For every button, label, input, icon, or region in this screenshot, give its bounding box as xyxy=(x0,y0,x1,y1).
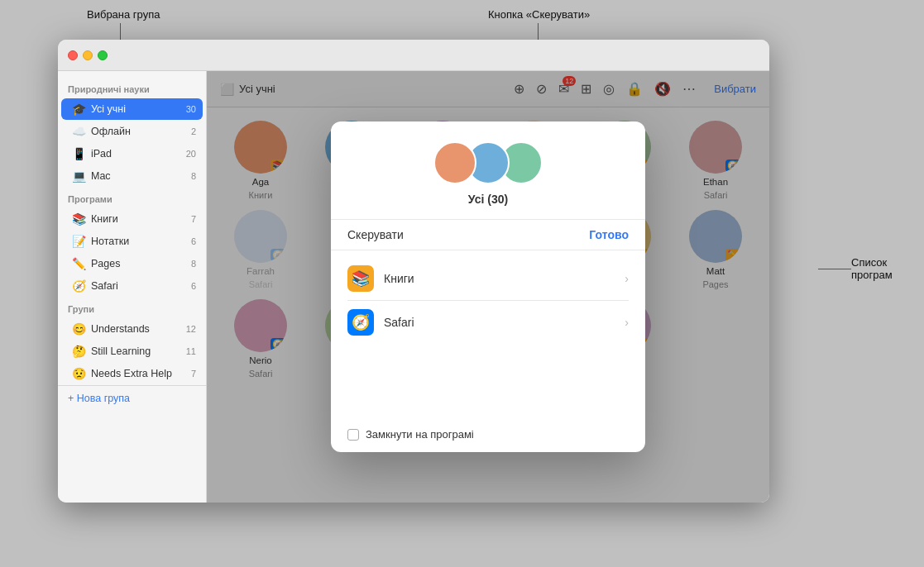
new-group-button[interactable]: + Нова група xyxy=(58,385,206,411)
sidebar-item-needs-help-label: Needs Extra Help xyxy=(91,368,188,379)
modal-spacer xyxy=(331,350,645,417)
ipad-icon: 📱 xyxy=(71,146,86,161)
books-app-icon: 📚 xyxy=(347,265,374,292)
sidebar-item-ipad-label: iPad xyxy=(91,148,183,160)
sidebar-item-understands[interactable]: 😊 Understands 12 xyxy=(61,318,203,340)
close-button[interactable] xyxy=(68,50,78,60)
understands-icon: 😊 xyxy=(71,322,86,336)
modal-overlay[interactable]: Усі (30) Скерувати Готово 📚 Книги xyxy=(207,71,769,503)
safari-chevron-icon: › xyxy=(625,316,629,329)
safari-app-icon: 🧭 xyxy=(347,309,374,336)
sidebar-item-offline[interactable]: ☁️ Офлайн 2 xyxy=(61,121,203,142)
sidebar-item-understands-count: 12 xyxy=(186,324,196,334)
sidebar-item-needs-help-count: 7 xyxy=(191,369,196,379)
sidebar-section-apps: Програми xyxy=(58,188,206,207)
sidebar-item-still-learning[interactable]: 🤔 Still Learning 11 xyxy=(61,341,203,362)
annotation-redirect-button: Кнопка «Скерувати» xyxy=(488,8,590,21)
main-area: ⬜ Усі учні ⊕ ⊘ ✉ 12 ⊞ ◎ 🔒 🔇 xyxy=(207,71,769,503)
sidebar-item-all-label: Усі учні xyxy=(91,103,183,115)
sidebar-item-notes[interactable]: 📝 Нотатки 6 xyxy=(61,231,203,252)
maximize-button[interactable] xyxy=(98,50,108,60)
sidebar-item-understands-label: Understands xyxy=(91,323,183,335)
modal-avatar-1 xyxy=(433,141,476,184)
sidebar-item-offline-count: 2 xyxy=(191,126,196,136)
sidebar-item-safari-label: Safari xyxy=(91,280,188,292)
modal-app-name-books: Книги xyxy=(384,272,625,285)
sidebar-item-offline-label: Офлайн xyxy=(91,126,188,137)
modal-app-item-safari[interactable]: 🧭 Safari › xyxy=(331,301,645,344)
pages-icon: ✏️ xyxy=(71,256,86,271)
modal-avatars xyxy=(433,141,543,184)
traffic-lights xyxy=(68,50,108,60)
books-icon: 📚 xyxy=(71,212,86,226)
sidebar-item-books[interactable]: 📚 Книги 7 xyxy=(61,208,203,230)
sidebar-item-still-learning-count: 11 xyxy=(186,346,196,356)
all-students-icon: 🎓 xyxy=(71,102,86,117)
sidebar-item-all-students[interactable]: 🎓 Усі учні 30 xyxy=(61,98,203,120)
sidebar-item-mac[interactable]: 💻 Mac 8 xyxy=(61,165,203,187)
sidebar-item-pages[interactable]: ✏️ Pages 8 xyxy=(61,253,203,274)
needs-help-icon: 😟 xyxy=(71,366,86,381)
modal-title: Усі (30) xyxy=(468,193,508,206)
lock-checkbox[interactable] xyxy=(347,429,359,441)
sidebar-item-notes-count: 6 xyxy=(191,236,196,246)
redirect-modal: Усі (30) Скерувати Готово 📚 Книги xyxy=(331,122,645,452)
sidebar-item-mac-count: 8 xyxy=(191,171,196,181)
annotation-selected-group: Вибрана група xyxy=(87,8,160,21)
sidebar-item-all-count: 30 xyxy=(186,104,196,114)
modal-app-list: 📚 Книги › 🧭 Safari › xyxy=(331,250,645,350)
sidebar-item-needs-help[interactable]: 😟 Needs Extra Help 7 xyxy=(61,363,203,384)
titlebar xyxy=(58,40,769,71)
notes-icon: 📝 xyxy=(71,234,86,249)
minimize-button[interactable] xyxy=(83,50,93,60)
modal-app-name-safari: Safari xyxy=(384,316,625,329)
sidebar-item-ipad[interactable]: 📱 iPad 20 xyxy=(61,143,203,164)
sidebar-item-notes-label: Нотатки xyxy=(91,236,188,247)
modal-app-item-books[interactable]: 📚 Книги › xyxy=(331,257,645,300)
safari-icon: 🧭 xyxy=(71,279,86,293)
sidebar-item-books-label: Книги xyxy=(91,213,188,225)
annotation-app-list: Списокпрограм xyxy=(851,256,917,281)
sidebar-item-safari[interactable]: 🧭 Safari 6 xyxy=(61,275,203,297)
modal-actions: Скерувати Готово xyxy=(331,220,645,250)
sidebar-item-pages-count: 8 xyxy=(191,259,196,269)
sidebar-item-pages-label: Pages xyxy=(91,258,188,269)
sidebar: Природничі науки 🎓 Усі учні 30 ☁️ Офлайн… xyxy=(58,71,207,503)
main-window: Природничі науки 🎓 Усі учні 30 ☁️ Офлайн… xyxy=(58,40,769,503)
mac-icon: 💻 xyxy=(71,169,86,183)
modal-done-button[interactable]: Готово xyxy=(589,228,629,241)
sidebar-section-natural-science: Природничі науки xyxy=(58,78,206,98)
sidebar-item-mac-label: Mac xyxy=(91,170,188,182)
sidebar-item-still-learning-label: Still Learning xyxy=(91,345,183,357)
sidebar-section-groups: Групи xyxy=(58,298,206,317)
sidebar-item-ipad-count: 20 xyxy=(186,149,196,159)
modal-header: Усі (30) xyxy=(331,122,645,220)
modal-footer: Замкнути на програмі xyxy=(331,417,645,452)
sidebar-item-safari-count: 6 xyxy=(191,281,196,291)
sidebar-item-books-count: 7 xyxy=(191,214,196,224)
modal-redirect-label: Скерувати xyxy=(347,228,589,241)
lock-label: Замкнути на програмі xyxy=(366,428,474,441)
offline-icon: ☁️ xyxy=(71,124,86,139)
still-learning-icon: 🤔 xyxy=(71,344,86,359)
books-chevron-icon: › xyxy=(625,272,629,285)
